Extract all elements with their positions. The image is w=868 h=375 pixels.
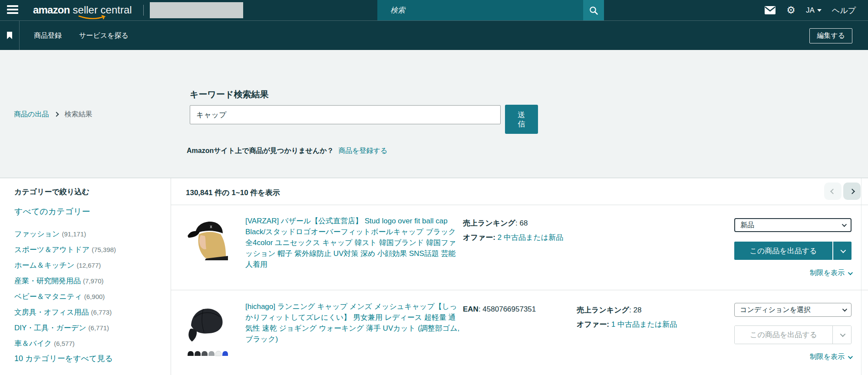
category-sidebar: カテゴリーで絞り込む すべてのカテゴリー ファッション(91,171) スポーツ… [0,178,171,375]
search-icon [589,6,598,15]
result-count-text: 130,841 件の 1~10 件を表示 [186,188,280,198]
seller-central-page: amazonseller central ⚙ JA [0,0,868,375]
keyword-search-input[interactable] [190,105,501,124]
sell-options-dropdown-button[interactable] [833,242,851,260]
results-panel: 130,841 件の 1~10 件を表示 [VARZAR] バザール【公式直営店… [171,178,868,375]
sidebar-item-sports-outdoor[interactable]: スポーツ＆アウトドア(75,398) [14,245,116,255]
sub-navbar: 商品登録 サービスを探る 編集する [0,20,868,50]
chevron-left-icon [830,189,836,194]
show-limits-link[interactable]: 制限を表示 [810,269,851,278]
search-section: 商品の出品 検索結果 キーワード検索結果 送信 Amazonサイト上で商品が見つ… [0,50,868,178]
sell-split-button: この商品を出品する [734,325,851,344]
not-found-row: Amazonサイト上で商品が見つかりませんか？ 商品を登録する [187,146,387,156]
gear-icon: ⚙ [786,5,795,15]
sidebar-heading: カテゴリーで絞り込む [14,187,89,197]
sidebar-item-home-kitchen[interactable]: ホーム＆キッチン(12,677) [14,260,101,270]
product-title-link[interactable]: [VARZAR] バザール【公式直営店】 Stud logo over fit … [245,216,460,270]
chevron-down-icon [848,270,853,275]
sales-rank-line: 売上ランキング: 28 [577,305,677,315]
settings-button[interactable]: ⚙ [786,5,795,15]
sell-this-product-button[interactable]: この商品を出品する [735,326,833,344]
logo-divider [143,5,144,16]
product-image-varzar-cap[interactable] [186,217,228,260]
chevron-down-icon [840,247,846,253]
sidebar-item-baby-maternity[interactable]: ベビー＆マタニティ(6,900) [14,292,105,302]
product-ean: EAN: 4580766957351 [463,305,536,314]
category-count: (6,577) [54,340,75,347]
product-image-hichago-cap[interactable] [186,299,228,357]
submit-button-label: 送信 [517,110,526,129]
category-count: (6,900) [84,293,105,300]
condition-selected-value: コンディションを選択 [740,305,811,315]
condition-select[interactable]: コンディションを選択 [734,303,851,317]
condition-select[interactable]: 新品 [734,218,851,232]
breadcrumb: 商品の出品 検索結果 [14,110,92,119]
help-link[interactable]: ヘルプ [832,5,856,16]
global-search-button[interactable] [583,0,604,20]
bookmark-icon [7,31,13,40]
register-product-link[interactable]: 商品を登録する [338,147,387,154]
hamburger-menu-button[interactable] [7,5,18,15]
view-all-categories-link[interactable]: 10 カテゴリーをすべて見る [14,353,113,364]
subnav-tabs: 商品登録 サービスを探る [34,21,129,50]
breadcrumb-current: 検索結果 [64,110,92,119]
product-title-link[interactable]: [hichago] ランニング キャップ メンズ メッシュキャップ【しっかりフィ… [245,301,460,345]
amazon-smile-icon [78,15,107,20]
amazon-seller-central-logo[interactable]: amazonseller central [33,4,132,16]
chevron-down-icon [848,354,853,358]
global-search-input[interactable] [377,0,583,20]
sidebar-item-car-bike[interactable]: 車＆バイク(6,577) [14,338,75,348]
product-actions: コンディションを選択 この商品を出品する 制限を表示 [734,291,851,375]
product-row-2: [hichago] ランニング キャップ メンズ メッシュキャップ【しっかりフィ… [171,291,868,375]
sidebar-item-all-categories[interactable]: すべてのカテゴリー [14,206,90,217]
sales-rank-value: : 28 [629,306,641,314]
tab-explore-services[interactable]: サービスを探る [79,31,129,40]
language-selector[interactable]: JA [806,6,822,15]
sidebar-item-fashion[interactable]: ファッション(91,171) [14,229,86,239]
not-found-text: Amazonサイト上で商品が見つかりませんか？ [187,147,334,154]
sidebar-item-industrial[interactable]: 産業・研究開発用品(7,970) [14,276,104,286]
product-actions: 新品 この商品を出品する 制限を表示 [734,205,851,291]
ean-value: : 4580766957351 [479,305,536,313]
show-limits-link[interactable]: 制限を表示 [810,352,851,362]
sales-rank-value: : 68 [515,219,528,227]
chevron-down-icon [842,222,847,227]
messages-button[interactable] [764,6,776,15]
offer-line: オファー:1 中古品または新品 [577,319,677,329]
sell-split-button: この商品を出品する [734,242,851,260]
chevron-right-icon [849,189,855,194]
chevron-right-icon [54,112,59,116]
logo-text-seller-central: seller central [73,4,132,16]
sell-options-dropdown-button[interactable] [833,326,851,344]
bookmark-button[interactable] [7,31,13,41]
product-row-1: [VARZAR] バザール【公式直営店】 Stud logo over fit … [171,205,868,290]
mail-icon [764,6,776,15]
sales-rank-line: 売上ランキング: 68 [463,218,563,228]
category-count: (7,970) [83,277,104,285]
subnav-divider [19,21,20,50]
logo-text-amazon: amazon [33,4,70,16]
chevron-down-icon [817,9,822,12]
offer-line: オファー:2 中古品または新品 [463,232,563,242]
tab-product-register[interactable]: 商品登録 [34,31,62,40]
chevron-down-icon [840,332,845,337]
offer-link[interactable]: 1 中古品または新品 [611,320,677,329]
submit-button[interactable]: 送信 [505,105,538,134]
edit-button[interactable]: 編集する [809,28,852,43]
category-count: (12,677) [76,262,101,269]
condition-selected-value: 新品 [740,221,754,230]
sidebar-item-stationery-office[interactable]: 文房具・オフィス用品(6,773) [14,307,112,317]
breadcrumb-parent-link[interactable]: 商品の出品 [14,110,49,119]
language-label: JA [806,6,815,15]
product-meta: 売上ランキング: 28 オファー:1 中古品または新品 [577,305,677,329]
top-navbar: amazonseller central ⚙ JA [0,0,868,20]
offer-link[interactable]: 2 中古品または新品 [498,233,563,242]
sidebar-item-diy-tools-garden[interactable]: DIY・工具・ガーデン(6,771) [14,323,109,333]
sell-this-product-button[interactable]: この商品を出品する [734,242,833,260]
pagination-next-button[interactable] [843,183,861,200]
pagination-prev-button[interactable] [824,183,842,200]
product-meta: 売上ランキング: 68 オファー:2 中古品または新品 [463,218,563,242]
category-count: (6,771) [89,324,109,332]
topnav-right-group: ⚙ JA ヘルプ [764,0,856,20]
category-count: (6,773) [91,309,112,316]
